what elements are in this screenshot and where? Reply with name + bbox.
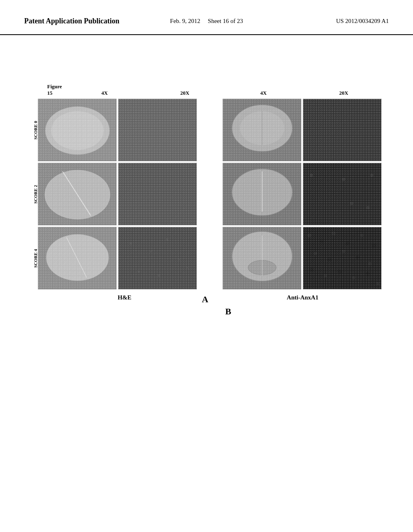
svg-point-53 bbox=[332, 231, 336, 235]
svg-point-64 bbox=[338, 270, 342, 274]
cell-score2-a-20x bbox=[118, 163, 197, 225]
main-content: Figure 15 4X 20X 4X 20X SCORE 0 SC bbox=[0, 35, 413, 333]
svg-point-19 bbox=[150, 251, 152, 252]
svg-rect-37 bbox=[303, 99, 381, 161]
svg-point-60 bbox=[356, 256, 360, 260]
svg-point-59 bbox=[342, 250, 345, 253]
header-right: US 2012/0034209 A1 bbox=[267, 16, 389, 25]
bottom-labels-row: H&E A Anti-AnxA1 bbox=[33, 294, 380, 305]
svg-point-51 bbox=[307, 233, 311, 237]
col-label-b-4x: 4X bbox=[224, 90, 303, 96]
svg-rect-26 bbox=[223, 99, 301, 161]
svg-point-22 bbox=[138, 270, 140, 273]
cell-score2-b-20x bbox=[303, 163, 382, 225]
svg-rect-4 bbox=[38, 163, 116, 225]
svg-rect-15 bbox=[119, 163, 196, 225]
section-a-labels: H&E bbox=[47, 294, 202, 305]
svg-rect-49 bbox=[303, 227, 381, 289]
svg-rect-33 bbox=[223, 227, 301, 289]
svg-point-42 bbox=[342, 178, 345, 181]
header-center: Feb. 9, 2012 Sheet 16 of 23 bbox=[146, 16, 267, 25]
svg-point-66 bbox=[366, 272, 370, 276]
publication-title: Patent Application Publication bbox=[24, 16, 146, 26]
svg-point-56 bbox=[372, 243, 376, 247]
svg-rect-25 bbox=[223, 99, 301, 161]
svg-point-47 bbox=[334, 210, 337, 213]
col-label-a-20x: 20X bbox=[146, 90, 224, 96]
svg-point-65 bbox=[352, 276, 355, 279]
svg-rect-30 bbox=[223, 163, 301, 225]
svg-rect-38 bbox=[303, 163, 381, 225]
svg-rect-16 bbox=[119, 227, 196, 289]
svg-point-28 bbox=[240, 111, 284, 145]
score-labels: SCORE 0 SCORE 2 SCORE 4 bbox=[33, 99, 38, 289]
svg-rect-36 bbox=[303, 99, 381, 161]
svg-point-31 bbox=[232, 169, 292, 216]
patent-number: US 2012/0034209 A1 bbox=[336, 18, 389, 24]
section-b-labels: Anti-AnxA1 bbox=[225, 294, 380, 305]
section-a-sublabel: H&E bbox=[47, 294, 202, 301]
svg-point-57 bbox=[314, 252, 317, 255]
score-4-label: SCORE 4 bbox=[33, 249, 38, 268]
cell-score4-a-4x bbox=[38, 227, 117, 289]
svg-rect-12 bbox=[119, 99, 196, 161]
svg-point-6 bbox=[44, 170, 111, 220]
svg-point-43 bbox=[359, 190, 361, 193]
cell-score0-b-4x bbox=[223, 99, 301, 161]
group-b-20x-col bbox=[303, 99, 382, 289]
cell-score2-a-4x bbox=[38, 163, 117, 225]
svg-rect-50 bbox=[303, 227, 381, 289]
letter-b: B bbox=[225, 306, 231, 317]
group-spacer bbox=[198, 99, 221, 289]
figure-label: Figure 15 bbox=[47, 83, 62, 96]
svg-rect-5 bbox=[38, 163, 116, 225]
score-0-label: SCORE 0 bbox=[33, 121, 38, 139]
figure-container: Figure 15 4X 20X 4X 20X SCORE 0 SC bbox=[33, 83, 380, 317]
svg-point-46 bbox=[350, 202, 353, 205]
svg-point-40 bbox=[310, 174, 313, 177]
score-2-label: SCORE 2 bbox=[33, 185, 38, 204]
svg-point-20 bbox=[166, 238, 168, 241]
svg-point-18 bbox=[129, 242, 132, 245]
letter-a: A bbox=[202, 294, 209, 305]
section-b-sublabel: Anti-AnxA1 bbox=[225, 294, 380, 301]
svg-point-41 bbox=[326, 182, 329, 185]
svg-rect-9 bbox=[38, 227, 116, 289]
svg-point-52 bbox=[320, 240, 323, 243]
cell-score0-b-20x bbox=[303, 99, 382, 161]
svg-point-45 bbox=[318, 198, 321, 201]
svg-rect-0 bbox=[38, 99, 116, 161]
group-b-4x-col bbox=[223, 99, 301, 289]
group-a-4x-col bbox=[38, 99, 117, 289]
svg-rect-39 bbox=[303, 163, 381, 225]
svg-rect-29 bbox=[223, 163, 301, 225]
svg-point-2 bbox=[45, 106, 110, 155]
cell-score0-a-20x bbox=[118, 99, 197, 161]
svg-point-34 bbox=[232, 231, 292, 281]
svg-point-54 bbox=[346, 241, 350, 245]
cell-score4-b-4x bbox=[223, 227, 301, 289]
svg-point-24 bbox=[158, 274, 160, 277]
svg-line-11 bbox=[67, 237, 87, 278]
image-grid-container: SCORE 0 SCORE 2 SCORE 4 bbox=[33, 99, 380, 289]
svg-point-63 bbox=[324, 274, 327, 277]
page-header: Patent Application Publication Feb. 9, 2… bbox=[0, 0, 413, 35]
svg-point-3 bbox=[51, 111, 104, 150]
svg-point-27 bbox=[232, 105, 292, 152]
svg-line-7 bbox=[63, 171, 91, 216]
svg-point-35 bbox=[248, 260, 276, 275]
cell-score4-a-20x bbox=[118, 227, 197, 289]
svg-point-21 bbox=[178, 259, 180, 260]
col-label-b-20x: 20X bbox=[305, 90, 383, 96]
svg-point-44 bbox=[370, 174, 373, 177]
svg-rect-1 bbox=[38, 99, 116, 161]
svg-rect-8 bbox=[38, 227, 116, 289]
header-left: Patent Application Publication bbox=[24, 16, 146, 26]
svg-rect-32 bbox=[223, 227, 301, 289]
all-columns bbox=[38, 99, 382, 289]
svg-rect-14 bbox=[119, 163, 196, 225]
svg-rect-17 bbox=[119, 227, 196, 289]
svg-point-10 bbox=[46, 234, 109, 281]
svg-point-48 bbox=[366, 206, 369, 209]
cell-score0-a-4x bbox=[38, 99, 117, 161]
